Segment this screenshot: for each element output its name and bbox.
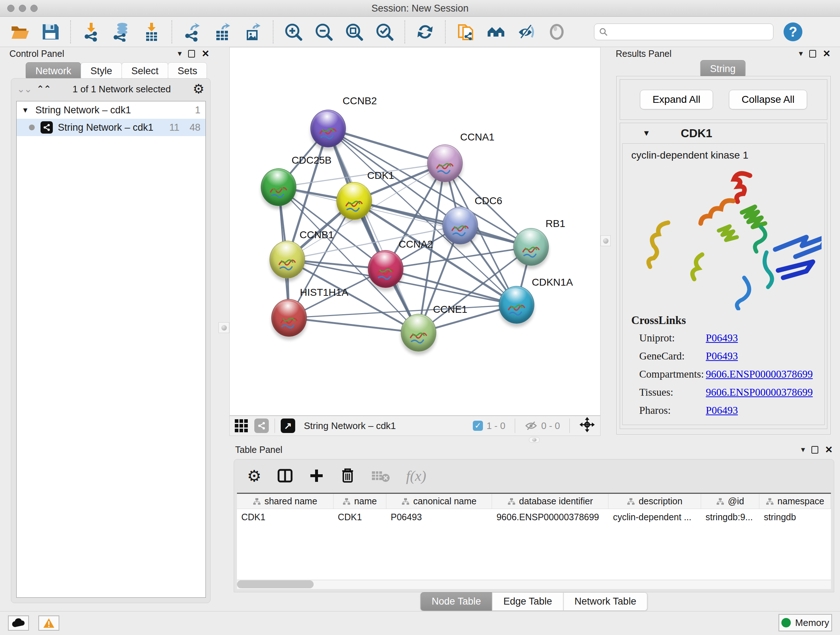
column-header-name[interactable]: name bbox=[333, 494, 386, 509]
table-settings-gear-icon[interactable]: ⚙ bbox=[247, 467, 261, 485]
cell-description[interactable]: cyclin-dependent ... bbox=[608, 509, 701, 525]
clone-network-button[interactable] bbox=[455, 21, 476, 42]
show-hidden-button[interactable] bbox=[546, 21, 567, 42]
section-collapse-icon[interactable]: ▼ bbox=[643, 128, 651, 138]
left-splitter-handle[interactable] bbox=[218, 322, 229, 333]
hidden-eye-icon[interactable] bbox=[524, 420, 538, 431]
show-columns-icon[interactable] bbox=[277, 468, 293, 484]
panel-close-icon[interactable]: ✕ bbox=[202, 48, 210, 59]
panel-float-icon[interactable] bbox=[812, 446, 818, 454]
export-image-button[interactable] bbox=[242, 21, 264, 42]
crosslink-link[interactable]: P06493 bbox=[706, 350, 738, 362]
bottom-splitter-handle[interactable] bbox=[529, 437, 540, 443]
crosslink-link[interactable]: 9606.ENSP00000378699 bbox=[706, 386, 813, 398]
cell-shared-name[interactable]: CDK1 bbox=[237, 509, 333, 525]
network-node-CCNE1[interactable] bbox=[401, 314, 436, 352]
export-table-button[interactable] bbox=[212, 21, 233, 42]
tab-edge-table[interactable]: Edge Table bbox=[492, 592, 563, 611]
import-network-file-button[interactable] bbox=[80, 21, 101, 42]
string-style-icon[interactable] bbox=[254, 418, 269, 433]
import-network-database-button[interactable] bbox=[111, 21, 132, 42]
network-edge-HIST1H1A-CCNE1[interactable] bbox=[289, 318, 418, 333]
zoom-selected-button[interactable] bbox=[374, 21, 395, 42]
function-builder-icon-disabled[interactable]: f(x) bbox=[406, 467, 426, 485]
right-splitter-handle[interactable] bbox=[600, 235, 611, 246]
network-edge-CCNB2-CCNA1[interactable] bbox=[328, 128, 445, 163]
cloud-button[interactable] bbox=[8, 616, 29, 631]
network-node-CDKN1A[interactable] bbox=[499, 286, 534, 324]
birdseye-grid-icon[interactable] bbox=[235, 419, 248, 432]
tab-select[interactable]: Select bbox=[122, 62, 168, 80]
delete-table-icon-disabled[interactable] bbox=[371, 469, 390, 482]
column-header-database-identifier[interactable]: database identifier bbox=[492, 494, 608, 509]
panel-float-icon[interactable] bbox=[809, 50, 816, 57]
zoom-out-button[interactable] bbox=[313, 21, 334, 42]
table-row[interactable]: CDK1CDK1P064939606.ENSP00000378699cyclin… bbox=[237, 509, 831, 525]
zoom-in-button[interactable] bbox=[283, 21, 304, 42]
network-options-gear-icon[interactable]: ⚙ bbox=[193, 81, 204, 97]
save-session-button[interactable] bbox=[40, 21, 61, 42]
column-header-canonical-name[interactable]: canonical name bbox=[386, 494, 492, 509]
tab-sets[interactable]: Sets bbox=[168, 62, 207, 80]
cell-name[interactable]: CDK1 bbox=[333, 509, 386, 525]
collapse-all-networks-icon[interactable]: ⌄⌄ bbox=[17, 84, 32, 95]
column-header-@id[interactable]: @id bbox=[701, 494, 759, 509]
export-network-button[interactable] bbox=[182, 21, 202, 42]
panel-menu-caret-icon[interactable]: ▾ bbox=[178, 49, 182, 58]
panel-menu-caret-icon[interactable]: ▾ bbox=[801, 445, 805, 454]
import-table-button[interactable] bbox=[141, 21, 162, 42]
crosslink-link[interactable]: P06493 bbox=[706, 332, 738, 344]
network-node-HIST1H1A[interactable] bbox=[271, 299, 307, 337]
search-field[interactable] bbox=[594, 24, 774, 40]
expand-all-networks-icon[interactable]: ⌃⌃ bbox=[36, 84, 51, 95]
show-all-button[interactable] bbox=[485, 21, 507, 42]
column-header-shared-name[interactable]: shared name bbox=[237, 494, 333, 509]
tree-expand-icon[interactable]: ▼ bbox=[22, 106, 29, 114]
tab-network[interactable]: Network bbox=[26, 62, 81, 80]
table-horizontal-scrollbar[interactable] bbox=[237, 580, 831, 589]
network-node-RB1[interactable] bbox=[513, 228, 549, 266]
delete-column-trash-icon[interactable] bbox=[340, 467, 355, 484]
tab-network-table[interactable]: Network Table bbox=[563, 592, 647, 611]
network-node-CCNB1[interactable] bbox=[270, 241, 305, 279]
tab-string[interactable]: String bbox=[700, 60, 745, 78]
network-node-CDK1[interactable] bbox=[336, 182, 372, 220]
network-collection-row[interactable]: ▼ String Network – cdk1 1 bbox=[17, 101, 205, 119]
network-node-CCNA1[interactable] bbox=[427, 144, 463, 182]
open-session-button[interactable] bbox=[9, 21, 30, 42]
tab-style[interactable]: Style bbox=[81, 62, 122, 80]
crosslink-link[interactable]: 9606.ENSP00000378699 bbox=[706, 368, 813, 380]
panel-close-icon[interactable]: ✕ bbox=[823, 48, 831, 59]
network-row-selected[interactable]: String Network – cdk1 11 48 bbox=[17, 119, 205, 136]
network-node-CDC6[interactable] bbox=[442, 207, 478, 244]
collapse-all-button[interactable]: Collapse All bbox=[729, 90, 807, 109]
selected-checkbox-icon[interactable]: ✓ bbox=[473, 421, 483, 431]
scrollbar-thumb[interactable] bbox=[237, 580, 314, 588]
panel-menu-caret-icon[interactable]: ▾ bbox=[799, 49, 803, 58]
pan-crosshair-icon[interactable] bbox=[579, 417, 595, 435]
hide-selected-button[interactable] bbox=[516, 21, 537, 42]
apply-layout-button[interactable] bbox=[415, 21, 436, 42]
add-column-icon[interactable] bbox=[309, 468, 324, 483]
help-button[interactable]: ? bbox=[783, 22, 802, 41]
warnings-button[interactable] bbox=[38, 616, 59, 631]
open-in-new-window-icon[interactable]: ↗ bbox=[281, 418, 295, 433]
cell-@id[interactable]: stringdb:9... bbox=[701, 509, 759, 525]
column-header-description[interactable]: description bbox=[608, 494, 701, 509]
network-edge-CCNB2-CCNE1[interactable] bbox=[328, 128, 418, 333]
crosslink-link[interactable]: P06493 bbox=[706, 404, 738, 416]
network-node-CCNB2[interactable] bbox=[310, 110, 346, 147]
network-node-CDC25B[interactable] bbox=[261, 168, 296, 206]
cell-namespace[interactable]: stringdb bbox=[759, 509, 831, 525]
cell-database-identifier[interactable]: 9606.ENSP00000378699 bbox=[492, 509, 608, 525]
column-header-namespace[interactable]: namespace bbox=[759, 494, 831, 509]
network-view-canvas[interactable]: CCNB2CCNA1CDC25BCDK1CDC6RB1CCNB1CCNA2CDK… bbox=[229, 47, 600, 416]
panel-close-icon[interactable]: ✕ bbox=[825, 444, 833, 455]
network-node-CCNA2[interactable] bbox=[368, 250, 403, 288]
zoom-fit-button[interactable] bbox=[344, 21, 365, 42]
search-input[interactable] bbox=[608, 25, 769, 39]
expand-all-button[interactable]: Expand All bbox=[640, 90, 713, 109]
panel-float-icon[interactable] bbox=[188, 50, 195, 57]
cell-canonical-name[interactable]: P06493 bbox=[386, 509, 492, 525]
memory-button[interactable]: Memory bbox=[778, 614, 832, 631]
